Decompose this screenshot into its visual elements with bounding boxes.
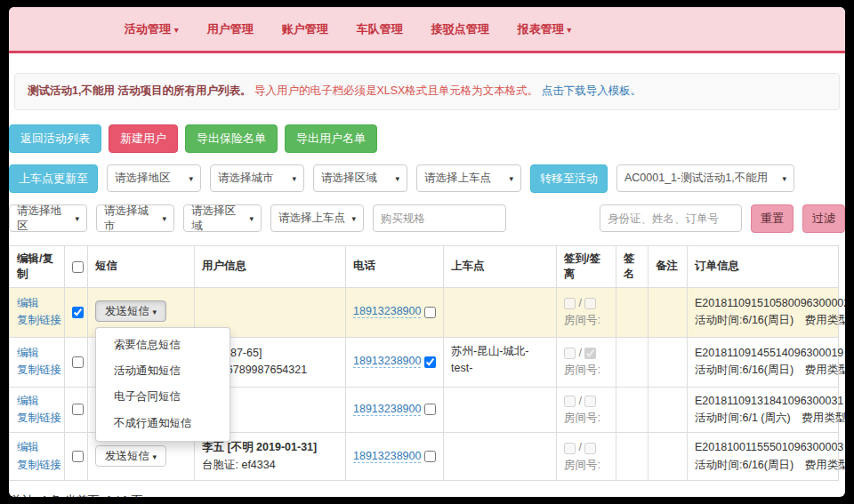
sign-cell: / 房间号: bbox=[557, 337, 616, 387]
col-signature: 签名 bbox=[616, 245, 649, 287]
menu-item-econtract-sms[interactable]: 电子合同短信 bbox=[96, 384, 230, 410]
edit-link[interactable]: 编辑 bbox=[17, 395, 39, 407]
order-activity-time: 活动时间:6/1 (周六) 费用类型 bbox=[695, 412, 845, 424]
order-number: E20181109145514096300019 bbox=[695, 347, 843, 359]
order-info-cell: E20181001155501096300003 活动时间:6/16(周日) 费… bbox=[688, 433, 839, 481]
nav-pickup-point-management[interactable]: 接驳点管理 bbox=[431, 21, 489, 37]
copy-link[interactable]: 复制链接 bbox=[17, 412, 61, 424]
sign-out-checkbox[interactable] bbox=[584, 348, 596, 359]
chevron-down-icon: ▾ bbox=[75, 214, 79, 223]
city-select[interactable]: 请选择城市▾ bbox=[210, 164, 304, 192]
send-sms-button[interactable]: 发送短信 ▾ bbox=[95, 300, 166, 322]
new-user-button[interactable]: 新建用户 bbox=[109, 124, 178, 153]
nav-report-management[interactable]: 报表管理 ▾ bbox=[518, 21, 572, 37]
edit-link[interactable]: 编辑 bbox=[17, 347, 39, 359]
pickup-point-select[interactable]: 请选择上车点▾ bbox=[416, 164, 521, 192]
user-info-line1: 李五 [不明 2019-01-31] bbox=[202, 441, 317, 453]
phone-link[interactable]: 18913238900 bbox=[353, 305, 421, 318]
phone-link[interactable]: 18913238900 bbox=[353, 403, 421, 416]
sign-in-checkbox[interactable] bbox=[564, 396, 576, 407]
select-value: 请选择城市 bbox=[218, 171, 274, 186]
district-select[interactable]: 请选择区域▾ bbox=[313, 164, 407, 192]
menu-item-request-info-sms[interactable]: 索要信息短信 bbox=[96, 332, 230, 358]
col-user-info: 用户信息 bbox=[195, 245, 346, 287]
row-select-cell bbox=[65, 387, 88, 433]
sign-in-checkbox[interactable] bbox=[564, 443, 576, 454]
col-sms: 短信 bbox=[88, 245, 195, 287]
phone-cell: 18913238900 bbox=[346, 433, 444, 481]
phone-checkbox[interactable] bbox=[424, 451, 436, 462]
signature-cell bbox=[616, 337, 649, 387]
filter-button[interactable]: 过滤 bbox=[802, 204, 845, 233]
nav-fleet-management[interactable]: 车队管理 bbox=[357, 21, 403, 37]
send-sms-button[interactable]: 发送短信 ▾ bbox=[95, 445, 166, 467]
nav-activity-management[interactable]: 活动管理 ▾ bbox=[125, 21, 179, 37]
sign-cell: / 房间号: bbox=[557, 287, 616, 337]
phone-checkbox[interactable] bbox=[424, 404, 436, 415]
order-info-cell: E20181109145514096300019 活动时间:6/16(周日) 费… bbox=[688, 337, 839, 387]
menu-item-cancel-notice-sms[interactable]: 不成行通知短信 bbox=[96, 411, 230, 436]
edit-link[interactable]: 编辑 bbox=[17, 297, 39, 309]
nav-user-management[interactable]: 用户管理 bbox=[207, 21, 254, 37]
top-navbar: 活动管理 ▾ 用户管理 账户管理 车队管理 接驳点管理 报表管理 ▾ bbox=[9, 7, 845, 53]
edit-copy-cell: 编辑 复制链接 bbox=[10, 287, 65, 337]
user-info-line2: 台胞证: ef4334 bbox=[202, 459, 276, 471]
export-insurance-list-button[interactable]: 导出保险名单 bbox=[185, 124, 278, 153]
sign-out-checkbox[interactable] bbox=[584, 298, 596, 309]
back-to-activity-list-button[interactable]: 返回活动列表 bbox=[9, 124, 101, 153]
col-pickup: 上车点 bbox=[444, 245, 557, 287]
copy-link[interactable]: 复制链接 bbox=[17, 364, 61, 376]
region-select-2[interactable]: 请选择地区▾ bbox=[9, 204, 87, 232]
edit-link[interactable]: 编辑 bbox=[17, 441, 39, 453]
signature-cell bbox=[616, 433, 649, 481]
col-edit-copy: 编辑/复制 bbox=[10, 245, 65, 287]
pickup-update-row: 上车点更新至 请选择地区▾ 请选择城市▾ 请选择区域▾ 请选择上车点▾ 转移至活… bbox=[9, 164, 845, 193]
row-checkbox[interactable] bbox=[72, 356, 84, 368]
phone-checkbox[interactable] bbox=[424, 307, 436, 318]
remark-cell bbox=[649, 337, 688, 387]
phone-cell: 18913238900 bbox=[346, 287, 444, 337]
phone-checkbox[interactable] bbox=[424, 356, 436, 368]
district-select-2[interactable]: 请选择区域▾ bbox=[183, 204, 262, 232]
row-checkbox[interactable] bbox=[72, 451, 84, 462]
update-pickup-button[interactable]: 上车点更新至 bbox=[9, 164, 98, 193]
order-info-cell: E20181109131841096300031 活动时间:6/1 (周六) 费… bbox=[688, 387, 839, 433]
purchase-spec-input[interactable] bbox=[373, 204, 506, 232]
search-filter-row: 请选择地区▾ 请选择城市▾ 请选择区域▾ 请选择上车点▾ 重置 过滤 bbox=[9, 204, 845, 233]
nav-label: 接驳点管理 bbox=[431, 22, 489, 36]
select-value: 请选择上车点 bbox=[424, 171, 491, 186]
select-all-checkbox[interactable] bbox=[72, 261, 84, 273]
download-template-link[interactable]: 点击下载导入模板。 bbox=[542, 84, 642, 97]
region-select[interactable]: 请选择地区▾ bbox=[107, 164, 201, 192]
phone-link[interactable]: 18913238900 bbox=[353, 450, 421, 463]
sign-in-checkbox[interactable] bbox=[564, 298, 576, 309]
row-select-cell bbox=[65, 287, 88, 337]
search-input[interactable] bbox=[600, 204, 742, 232]
chevron-down-icon: ▾ bbox=[782, 174, 786, 183]
col-order-info: 订单信息 bbox=[688, 245, 839, 287]
copy-link[interactable]: 复制链接 bbox=[17, 459, 61, 471]
sign-out-checkbox[interactable] bbox=[584, 443, 596, 454]
phone-link[interactable]: 18913238900 bbox=[353, 355, 421, 368]
row-checkbox[interactable] bbox=[72, 404, 84, 415]
city-select-2[interactable]: 请选择城市▾ bbox=[96, 204, 174, 232]
remark-cell bbox=[649, 387, 688, 433]
edit-copy-cell: 编辑 复制链接 bbox=[10, 387, 65, 433]
activity-select[interactable]: AC0001_1-测试活动1,不能用▾ bbox=[616, 164, 794, 192]
menu-item-activity-notice-sms[interactable]: 活动通知短信 bbox=[96, 358, 230, 384]
phone-cell: 18913238900 bbox=[346, 387, 444, 433]
sign-out-checkbox[interactable] bbox=[584, 396, 596, 407]
export-user-list-button[interactable]: 导出用户名单 bbox=[285, 124, 377, 153]
room-number-label: 房间号: bbox=[564, 459, 600, 471]
row-checkbox[interactable] bbox=[72, 307, 84, 318]
copy-link[interactable]: 复制链接 bbox=[17, 314, 61, 326]
sign-in-checkbox[interactable] bbox=[564, 348, 576, 359]
chevron-down-icon: ▾ bbox=[189, 174, 193, 183]
pickup-point-select-2[interactable]: 请选择上车点▾ bbox=[270, 204, 364, 232]
sign-cell: / 房间号: bbox=[557, 387, 616, 433]
reset-button[interactable]: 重置 bbox=[751, 204, 794, 233]
room-number-label: 房间号: bbox=[564, 412, 600, 424]
transfer-to-activity-button[interactable]: 转移至活动 bbox=[530, 164, 608, 193]
nav-account-management[interactable]: 账户管理 bbox=[282, 21, 328, 37]
action-button-row: 返回活动列表 新建用户 导出保险名单 导出用户名单 bbox=[9, 124, 845, 153]
